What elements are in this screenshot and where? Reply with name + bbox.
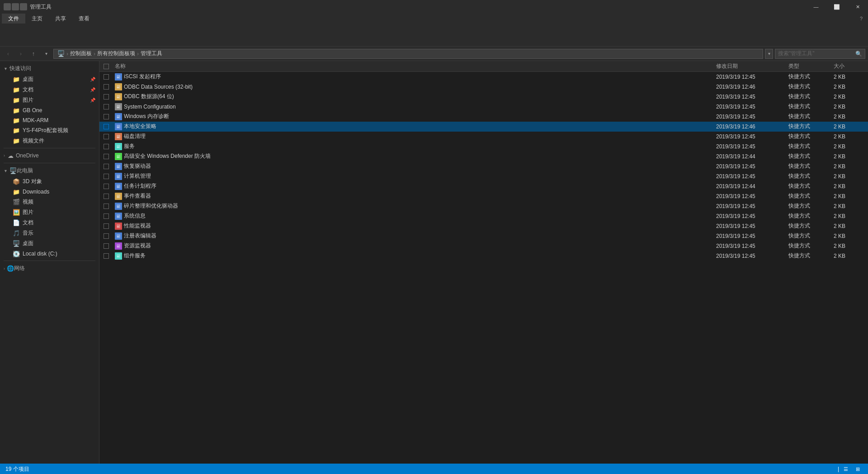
file-row[interactable]: 资源监视器 2019/3/19 12:45 快捷方式 2 KB [99, 241, 868, 251]
ribbon-help-icon[interactable]: ? [854, 14, 868, 24]
row-checkbox-2[interactable] [99, 94, 113, 100]
view-detail-button[interactable]: ⊞ [853, 465, 863, 473]
file-name-15[interactable]: 性能监视器 [113, 222, 714, 230]
sidebar-section-network[interactable]: › 🌐 网络 [0, 263, 99, 274]
file-name-6[interactable]: 磁盘清理 [113, 133, 714, 140]
sidebar-item-pictures[interactable]: 📁 图片 📌 [0, 95, 99, 105]
file-row[interactable]: 碎片整理和优化驱动器 2019/3/19 12:45 快捷方式 2 KB [99, 201, 868, 211]
file-row[interactable]: 恢复驱动器 2019/3/19 12:45 快捷方式 2 KB [99, 161, 868, 171]
row-checkbox-1[interactable] [99, 84, 113, 90]
sidebar-item-downloads[interactable]: 📁 Downloads [0, 187, 99, 197]
file-name-7[interactable]: 服务 [113, 142, 714, 150]
row-checkbox-8[interactable] [99, 154, 113, 159]
file-checkbox-4[interactable] [104, 114, 109, 119]
file-checkbox-8[interactable] [104, 154, 109, 159]
row-checkbox-12[interactable] [99, 194, 113, 199]
path-part-1[interactable]: 控制面板 [70, 50, 92, 57]
row-checkbox-15[interactable] [99, 223, 113, 229]
path-expand-button[interactable]: ▾ [765, 49, 773, 59]
file-checkbox-1[interactable] [104, 84, 109, 90]
file-row[interactable]: System Configuration 2019/3/19 12:45 快捷方… [99, 102, 868, 112]
file-checkbox-9[interactable] [104, 164, 109, 169]
sidebar-item-videos[interactable]: 🎬 视频 [0, 197, 99, 207]
sidebar-item-3dobjects[interactable]: 📦 3D 对象 [0, 176, 99, 187]
col-header-size[interactable]: 大小 [832, 62, 868, 70]
file-name-13[interactable]: 碎片整理和优化驱动器 [113, 202, 714, 210]
file-row[interactable]: 事件查看器 2019/3/19 12:45 快捷方式 2 KB [99, 191, 868, 201]
file-checkbox-3[interactable] [104, 104, 109, 109]
file-row[interactable]: Windows 内存诊断 2019/3/19 12:45 快捷方式 2 KB [99, 112, 868, 122]
file-row[interactable]: 系统信息 2019/3/19 12:45 快捷方式 2 KB [99, 211, 868, 221]
sidebar-section-thispc[interactable]: ▼ 🖥️ 此电脑 [0, 165, 99, 176]
col-header-name[interactable]: 名称 [113, 62, 714, 70]
file-checkbox-7[interactable] [104, 144, 109, 149]
sidebar-section-quickaccess[interactable]: ▼ 快速访问 [0, 63, 99, 74]
sidebar-item-ysf4pro[interactable]: 📁 YS-F4Pro配套视频 [0, 125, 99, 136]
file-name-8[interactable]: 高级安全 Windows Defender 防火墙 [113, 152, 714, 160]
row-checkbox-9[interactable] [99, 164, 113, 169]
file-row[interactable]: 注册表编辑器 2019/3/19 12:45 快捷方式 2 KB [99, 231, 868, 241]
file-row[interactable]: 任务计划程序 2019/3/19 12:44 快捷方式 2 KB [99, 181, 868, 191]
row-checkbox-16[interactable] [99, 233, 113, 239]
file-row[interactable]: 计算机管理 2019/3/19 12:45 快捷方式 2 KB [99, 171, 868, 181]
row-checkbox-13[interactable] [99, 204, 113, 209]
row-checkbox-0[interactable] [99, 74, 113, 80]
file-row[interactable]: 组件服务 2019/3/19 12:45 快捷方式 2 KB [99, 251, 868, 261]
recent-button[interactable]: ▾ [41, 48, 52, 59]
file-row[interactable]: 磁盘清理 2019/3/19 12:45 快捷方式 2 KB [99, 132, 868, 142]
file-name-0[interactable]: iSCSI 发起程序 [113, 73, 714, 81]
file-row[interactable]: ODBC 数据源(64 位) 2019/3/19 12:45 快捷方式 2 KB [99, 92, 868, 102]
path-part-2[interactable]: 所有控制面板项 [97, 50, 135, 57]
search-box[interactable]: 搜索"管理工具" 🔍 [775, 49, 865, 59]
file-checkbox-15[interactable] [104, 223, 109, 229]
row-checkbox-17[interactable] [99, 243, 113, 249]
file-name-10[interactable]: 计算机管理 [113, 172, 714, 180]
back-button[interactable]: ‹ [3, 48, 14, 59]
file-checkbox-14[interactable] [104, 213, 109, 219]
sidebar-item-documents[interactable]: 📁 文档 📌 [0, 85, 99, 95]
file-checkbox-6[interactable] [104, 134, 109, 139]
file-name-14[interactable]: 系统信息 [113, 212, 714, 220]
sidebar-item-desktop[interactable]: 📁 桌面 📌 [0, 74, 99, 85]
file-row[interactable]: 服务 2019/3/19 12:45 快捷方式 2 KB [99, 142, 868, 152]
file-name-5[interactable]: 本地安全策略 [113, 123, 714, 130]
select-all-checkbox[interactable] [104, 64, 109, 69]
file-checkbox-12[interactable] [104, 194, 109, 199]
file-row[interactable]: 性能监视器 2019/3/19 12:45 快捷方式 2 KB [99, 221, 868, 231]
file-row[interactable]: ODBC Data Sources (32-bit) 2019/3/19 12:… [99, 82, 868, 92]
file-checkbox-13[interactable] [104, 204, 109, 209]
sidebar-item-mdkarm[interactable]: 📁 MDK-ARM [0, 115, 99, 125]
col-header-type[interactable]: 类型 [787, 62, 832, 70]
file-checkbox-11[interactable] [104, 184, 109, 189]
row-checkbox-5[interactable] [99, 124, 113, 129]
tab-file[interactable]: 文件 [2, 14, 25, 24]
minimize-button[interactable]: — [806, 0, 826, 14]
file-name-17[interactable]: 资源监视器 [113, 242, 714, 250]
row-checkbox-10[interactable] [99, 174, 113, 179]
file-checkbox-18[interactable] [104, 253, 109, 259]
path-part-3[interactable]: 管理工具 [141, 50, 162, 57]
file-row[interactable]: 本地安全策略 2019/3/19 12:46 快捷方式 2 KB [99, 122, 868, 132]
forward-button[interactable]: › [15, 48, 26, 59]
sidebar-item-desktop2[interactable]: 🖥️ 桌面 [0, 238, 99, 249]
row-checkbox-11[interactable] [99, 184, 113, 189]
tab-share[interactable]: 共享 [49, 14, 72, 24]
row-checkbox-3[interactable] [99, 104, 113, 109]
file-checkbox-0[interactable] [104, 74, 109, 80]
view-list-button[interactable]: ☰ [841, 465, 851, 473]
file-name-12[interactable]: 事件查看器 [113, 192, 714, 200]
header-checkbox[interactable] [99, 64, 113, 69]
up-button[interactable]: ↑ [28, 48, 39, 59]
address-path[interactable]: 🖥️ › 控制面板 › 所有控制面板项 › 管理工具 [53, 49, 763, 59]
file-name-4[interactable]: Windows 内存诊断 [113, 113, 714, 120]
file-name-18[interactable]: 组件服务 [113, 252, 714, 260]
file-name-3[interactable]: System Configuration [113, 103, 714, 110]
file-checkbox-16[interactable] [104, 233, 109, 239]
row-checkbox-14[interactable] [99, 213, 113, 219]
sidebar-section-onedrive[interactable]: › ☁ OneDrive [0, 150, 99, 161]
file-checkbox-5[interactable] [104, 124, 109, 129]
sidebar-item-videofiles[interactable]: 📁 视频文件 [0, 136, 99, 146]
file-checkbox-2[interactable] [104, 94, 109, 100]
file-row[interactable]: iSCSI 发起程序 2019/3/19 12:45 快捷方式 2 KB [99, 72, 868, 82]
file-name-2[interactable]: ODBC 数据源(64 位) [113, 93, 714, 100]
